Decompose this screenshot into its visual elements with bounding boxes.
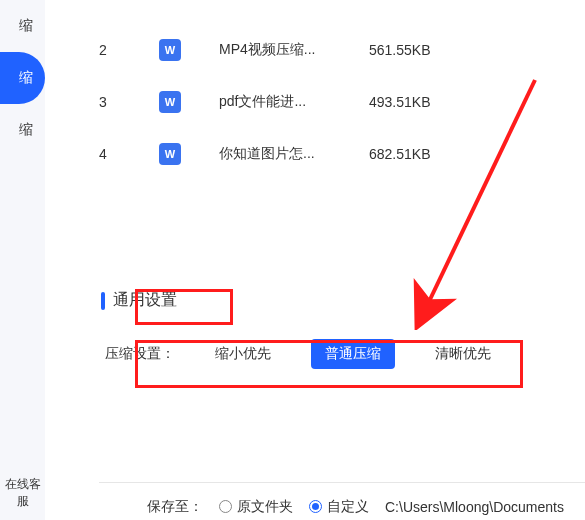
section-accent-bar xyxy=(101,292,105,310)
table-row[interactable]: 2 W MP4视频压缩... 561.55KB xyxy=(99,24,585,76)
app-root: 缩 缩 缩 在线客服 2 W MP4视频压缩... 561.55KB 3 W p… xyxy=(0,0,585,520)
sidebar-item-0[interactable]: 缩 xyxy=(0,0,45,52)
file-type-icon: W xyxy=(159,91,219,113)
setting-key: 压缩设置： xyxy=(105,345,175,363)
option-quality-first[interactable]: 清晰优先 xyxy=(421,339,505,369)
file-name: 你知道图片怎... xyxy=(219,145,369,163)
table-row[interactable]: 4 W 你知道图片怎... 682.51KB xyxy=(99,128,585,180)
file-size: 682.51KB xyxy=(369,146,509,162)
sidebar-item-1[interactable]: 缩 xyxy=(0,52,45,104)
sidebar-item-label: 缩 xyxy=(19,69,33,87)
online-support-label: 在线客服 xyxy=(5,477,41,508)
file-size: 561.55KB xyxy=(369,42,509,58)
word-icon: W xyxy=(159,143,181,165)
word-icon: W xyxy=(159,91,181,113)
sidebar-item-label: 缩 xyxy=(19,121,33,139)
radio-custom-folder[interactable]: 自定义 xyxy=(309,498,369,516)
sidebar-spacer xyxy=(0,156,45,470)
file-name: MP4视频压缩... xyxy=(219,41,369,59)
row-index: 3 xyxy=(99,94,159,110)
section-title: 通用设置 xyxy=(113,290,177,311)
sidebar-item-label: 缩 xyxy=(19,17,33,35)
settings-section: 通用设置 压缩设置： 缩小优先 普通压缩 清晰优先 xyxy=(99,290,585,369)
row-index: 4 xyxy=(99,146,159,162)
section-header: 通用设置 xyxy=(101,290,585,311)
file-list: 2 W MP4视频压缩... 561.55KB 3 W pdf文件能进... 4… xyxy=(99,0,585,180)
file-type-icon: W xyxy=(159,143,219,165)
option-normal-compress[interactable]: 普通压缩 xyxy=(311,339,395,369)
footer-bar: 保存至： 原文件夹 自定义 C:\Users\Mloong\Documents xyxy=(99,482,585,520)
save-path-value: C:\Users\Mloong\Documents xyxy=(385,499,564,515)
radio-label: 原文件夹 xyxy=(237,498,293,516)
radio-original-folder[interactable]: 原文件夹 xyxy=(219,498,293,516)
file-size: 493.51KB xyxy=(369,94,509,110)
save-to-label: 保存至： xyxy=(147,498,203,516)
compression-setting-row: 压缩设置： 缩小优先 普通压缩 清晰优先 xyxy=(99,339,585,369)
table-row[interactable]: 3 W pdf文件能进... 493.51KB xyxy=(99,76,585,128)
sidebar-item-2[interactable]: 缩 xyxy=(0,104,45,156)
row-index: 2 xyxy=(99,42,159,58)
file-type-icon: W xyxy=(159,39,219,61)
sidebar: 缩 缩 缩 在线客服 xyxy=(0,0,45,520)
radio-dot-icon xyxy=(219,500,232,513)
option-shrink-first[interactable]: 缩小优先 xyxy=(201,339,285,369)
radio-dot-icon xyxy=(309,500,322,513)
main-area: 2 W MP4视频压缩... 561.55KB 3 W pdf文件能进... 4… xyxy=(45,0,585,520)
online-support-link[interactable]: 在线客服 xyxy=(0,470,45,520)
file-name: pdf文件能进... xyxy=(219,93,369,111)
radio-label: 自定义 xyxy=(327,498,369,516)
word-icon: W xyxy=(159,39,181,61)
